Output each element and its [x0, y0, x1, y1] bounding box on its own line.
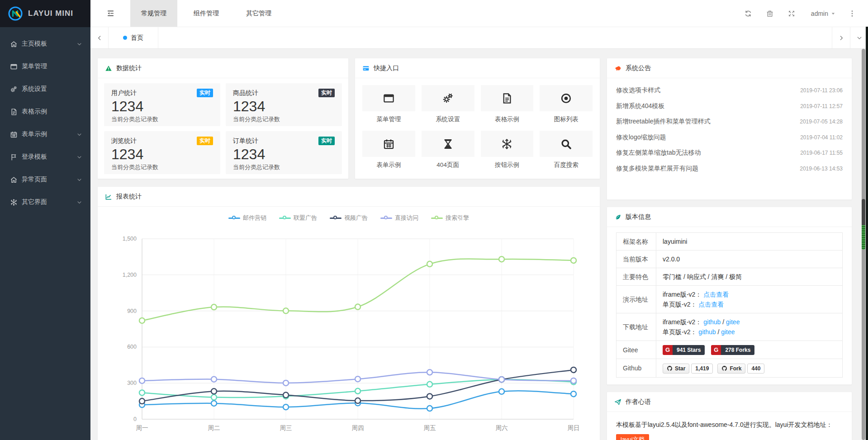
quick-entry-按钮示例[interactable]: 按钮示例 — [481, 131, 534, 169]
github-star-count[interactable]: 1,419 — [691, 364, 713, 374]
logo-icon — [7, 5, 24, 22]
legend-item-搜索引擎[interactable]: 搜索引擎 — [431, 214, 469, 222]
tab-home[interactable]: 首页 — [109, 27, 158, 48]
sidebar-item-主页模板[interactable]: 主页模板 — [0, 33, 90, 55]
legend-marker — [330, 216, 342, 220]
legend-item-联盟广告[interactable]: 联盟广告 — [279, 214, 317, 222]
quick-entry-图标列表[interactable]: 图标列表 — [540, 85, 593, 123]
quick-entry-404页面[interactable]: 404页面 — [422, 131, 474, 169]
sidebar-item-表格示例[interactable]: 表格示例 — [0, 100, 90, 123]
version-link[interactable]: github — [698, 328, 716, 336]
tab-operations-button[interactable] — [850, 27, 868, 48]
header-tab-组件管理[interactable]: 组件管理 — [183, 0, 230, 27]
sidebar-item-表单示例[interactable]: 表单示例 — [0, 123, 90, 146]
tab-scroll-left-button[interactable] — [90, 27, 109, 48]
quick-entry-表格示例[interactable]: 表格示例 — [481, 85, 534, 123]
notice-text: 新增系统404模板 — [616, 102, 664, 110]
legend-marker — [431, 216, 443, 220]
page-scrollbar-track[interactable] — [862, 49, 865, 440]
layui-doc-button[interactable]: layui文档 — [616, 434, 649, 440]
svg-text:周二: 周二 — [208, 425, 220, 431]
quick-entry-菜单管理[interactable]: 菜单管理 — [362, 85, 415, 123]
sidebar-item-登录模板[interactable]: 登录模板 — [0, 146, 90, 168]
sidebar-item-label: 菜单管理 — [22, 62, 82, 71]
stat-desc: 当前分类总记录数 — [111, 115, 213, 123]
version-row-label: 下载地址 — [617, 313, 656, 341]
file-icon — [10, 108, 18, 116]
user-menu[interactable]: admin — [811, 10, 836, 17]
version-link[interactable]: gitee — [721, 328, 735, 336]
quick-entry-icon-box — [481, 85, 534, 111]
panel-quick-entry-header: 快捷入口 — [355, 58, 600, 78]
trash-icon[interactable] — [766, 9, 774, 18]
version-link[interactable]: github — [703, 318, 721, 326]
header-tab-常规管理[interactable]: 常规管理 — [130, 0, 177, 27]
snowflake-icon — [10, 199, 18, 206]
quick-entry-label: 按钮示例 — [481, 161, 534, 169]
version-link[interactable]: gitee — [726, 318, 740, 326]
gitee-badge[interactable]: G941 Stars — [663, 345, 705, 355]
version-link[interactable]: 点击查看 — [703, 291, 729, 298]
gitee-g-icon: G — [663, 345, 673, 355]
svg-text:周日: 周日 — [568, 425, 580, 431]
notice-time: 2019-06-13 14:53 — [800, 166, 843, 172]
refresh-icon[interactable] — [744, 9, 752, 18]
quick-entry-表单示例[interactable]: 表单示例 — [362, 131, 415, 169]
more-menu-icon[interactable] — [848, 9, 856, 18]
sidebar-menu: 主页模板菜单管理系统设置表格示例表单示例登录模板异常页面其它界面 — [0, 27, 90, 213]
panel-author-words: 作者心语 本模板基于layui2.5.4以及font-awesome-4.7.0… — [607, 392, 852, 440]
version-row-value: G941 StarsG278 Forks — [656, 341, 843, 359]
app-title: LAYUI MINI — [28, 9, 73, 18]
sidebar-collapse-button[interactable] — [90, 0, 130, 27]
stat-card-top: 浏览统计实时 — [111, 137, 213, 145]
window-icon — [10, 63, 18, 71]
legend-item-视频广告[interactable]: 视频广告 — [330, 214, 368, 222]
hourglass-icon — [442, 138, 454, 150]
quick-entry-icon-box — [362, 85, 415, 111]
version-table: 框架名称layuimini当前版本v2.0.0主要特色零门槛 / 响应式 / 清… — [616, 232, 843, 378]
gitee-badge[interactable]: G278 Forks — [711, 345, 754, 355]
gitee-badge-text: 278 Forks — [721, 345, 754, 355]
cogs-icon — [10, 85, 18, 93]
stat-label: 订单统计 — [233, 137, 258, 145]
panel-title: 报表统计 — [116, 193, 142, 201]
quick-entry-label: 图标列表 — [540, 115, 593, 123]
svg-text:周五: 周五 — [424, 425, 436, 431]
chevron-down-icon — [76, 177, 82, 183]
legend-item-直接访问[interactable]: 直接访问 — [380, 214, 418, 222]
version-row-当前版本: 当前版本v2.0.0 — [617, 251, 843, 268]
panel-version-info: 版本信息 框架名称layuimini当前版本v2.0.0主要特色零门槛 / 响应… — [607, 207, 852, 385]
legend-item-邮件营销[interactable]: 邮件营销 — [228, 214, 266, 222]
quick-entry-label: 百度搜索 — [540, 161, 593, 169]
version-link[interactable]: 点击查看 — [698, 301, 724, 308]
sidebar-item-系统设置[interactable]: 系统设置 — [0, 78, 90, 100]
author-text-1: 本模板基于layui2.5.4以及font-awesome-4.7.0进行实现。… — [616, 421, 832, 428]
github-fork-count[interactable]: 440 — [747, 364, 764, 374]
sidebar-item-菜单管理[interactable]: 菜单管理 — [0, 55, 90, 78]
panel-report-stats: 报表统计 邮件营销联盟广告视频广告直接访问搜索引擎 03006009001,20… — [97, 186, 600, 440]
svg-text:1,200: 1,200 — [123, 272, 137, 278]
legend-label: 直接访问 — [395, 214, 418, 222]
page-scrollbar-thumb[interactable] — [862, 199, 865, 250]
file-icon — [501, 92, 513, 104]
tab-scroll-right-button[interactable] — [832, 27, 850, 48]
panel-title: 快捷入口 — [374, 64, 399, 72]
panel-data-stats: 数据统计 用户统计实时1234当前分类总记录数商品统计实时1234当前分类总记录… — [97, 58, 349, 179]
panel-title: 系统公告 — [626, 64, 651, 72]
status-badge: 实时 — [197, 89, 213, 97]
stat-label: 用户统计 — [111, 89, 137, 97]
stat-desc: 当前分类总记录数 — [111, 163, 213, 171]
stat-card-商品统计: 商品统计实时1234当前分类总记录数 — [226, 83, 342, 126]
header-tab-其它管理[interactable]: 其它管理 — [235, 0, 282, 27]
github-star-button[interactable]: Star — [663, 364, 689, 374]
quick-entry-百度搜索[interactable]: 百度搜索 — [540, 131, 593, 169]
fullscreen-icon[interactable] — [787, 9, 796, 18]
quick-entry-系统设置[interactable]: 系统设置 — [422, 85, 474, 123]
sidebar-item-异常页面[interactable]: 异常页面 — [0, 168, 90, 191]
quick-entry-label: 404页面 — [422, 161, 474, 169]
paper-plane-icon — [614, 398, 621, 406]
svg-text:0: 0 — [133, 416, 137, 422]
stat-label: 商品统计 — [233, 89, 258, 97]
github-fork-button[interactable]: Fork — [717, 364, 745, 374]
sidebar-item-其它界面[interactable]: 其它界面 — [0, 191, 90, 213]
